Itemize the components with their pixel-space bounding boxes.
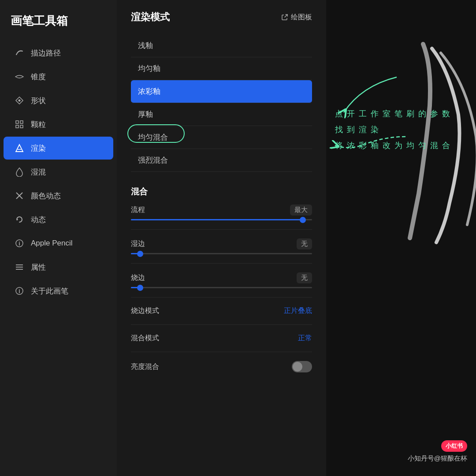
blend-section-title: 混合 bbox=[131, 186, 312, 197]
render-option-intense-mix[interactable]: 强烈混合 bbox=[131, 149, 312, 172]
render-options-list: 浅釉 均匀釉 浓彩釉 厚釉 均匀混合 强烈混合 bbox=[131, 34, 312, 172]
annotation-line2: 找 到 渲 染 bbox=[335, 122, 451, 138]
svg-text:i: i bbox=[19, 241, 20, 247]
burn-mode-value[interactable]: 正片叠底 bbox=[284, 306, 312, 316]
burn-mode-label: 烧边模式 bbox=[131, 306, 159, 316]
svg-point-0 bbox=[19, 100, 21, 102]
flow-label: 流程 bbox=[131, 205, 145, 215]
svg-marker-5 bbox=[16, 145, 23, 152]
sidebar-item-color-dynamics[interactable]: 颜色动态 bbox=[4, 184, 113, 207]
apple-pencil-icon: i bbox=[14, 238, 25, 249]
sidebar-item-about[interactable]: i 关于此画笔 bbox=[4, 279, 113, 302]
svg-marker-9 bbox=[17, 218, 18, 221]
main-header: 渲染模式 绘图板 bbox=[131, 11, 312, 24]
blend-row-luminosity: 亮度混合 bbox=[131, 361, 312, 372]
sidebar: 画笔工具箱 描边路径 锥度 bbox=[0, 0, 117, 476]
annotation-line1: 点 开 工 作 室 笔 刷 的 参 数 bbox=[335, 106, 451, 122]
render-option-uniform-glaze[interactable]: 均匀釉 bbox=[131, 57, 312, 80]
sidebar-item-shape[interactable]: 形状 bbox=[4, 89, 113, 112]
render-icon bbox=[14, 143, 25, 153]
sidebar-item-render[interactable]: 渲染 bbox=[4, 137, 113, 160]
render-mode-title: 渲染模式 bbox=[131, 11, 170, 24]
blend-row-blend-mode: 混合模式 正常 bbox=[131, 334, 312, 343]
flow-slider[interactable] bbox=[131, 219, 312, 220]
blend-mode-value[interactable]: 正常 bbox=[298, 334, 312, 343]
annotation-line3: 将 浓 彩 釉 改 为 均 匀 混 合 bbox=[335, 138, 451, 153]
burn-edge-slider[interactable] bbox=[131, 287, 312, 288]
blend-section: 流程 最大 湿边 无 bbox=[131, 205, 312, 372]
render-option-thick-glaze[interactable]: 厚釉 bbox=[131, 103, 312, 126]
wet-edge-slider[interactable] bbox=[131, 253, 312, 254]
watermark: 小红书 小知丹号@猩酿在杯 bbox=[408, 440, 467, 463]
svg-line-17 bbox=[285, 15, 287, 17]
sidebar-item-dynamics[interactable]: 动态 bbox=[4, 208, 113, 231]
wet-mix-icon bbox=[14, 167, 25, 177]
properties-icon bbox=[14, 262, 25, 272]
sidebar-label-color-dynamics: 颜色动态 bbox=[31, 191, 61, 201]
blend-row-wet-edge: 湿边 无 bbox=[131, 238, 312, 254]
luminosity-toggle[interactable] bbox=[292, 361, 312, 372]
drawing-board-label: 绘图板 bbox=[291, 13, 312, 22]
drawing-board-button[interactable]: 绘图板 bbox=[281, 13, 312, 22]
grain-icon bbox=[14, 119, 25, 130]
watermark-text: 小知丹号@猩酿在杯 bbox=[408, 454, 467, 463]
annotation-text: 点 开 工 作 室 笔 刷 的 参 数 找 到 渲 染 将 浓 彩 釉 改 为 … bbox=[335, 106, 451, 153]
sidebar-item-taper[interactable]: 锥度 bbox=[4, 65, 113, 88]
wet-edge-label: 湿边 bbox=[131, 239, 145, 249]
burn-edge-label: 烧边 bbox=[131, 273, 145, 283]
shape-icon bbox=[14, 95, 25, 106]
xiaohongshu-badge: 小红书 bbox=[441, 440, 467, 452]
svg-text:i: i bbox=[19, 288, 20, 294]
sidebar-label-taper: 锥度 bbox=[31, 72, 46, 82]
wet-edge-value: 无 bbox=[297, 238, 312, 249]
render-option-light-glaze[interactable]: 浅釉 bbox=[131, 34, 312, 57]
sidebar-label-shape: 形状 bbox=[31, 96, 46, 106]
app-container: 画笔工具箱 描边路径 锥度 bbox=[0, 0, 476, 476]
svg-rect-4 bbox=[20, 125, 23, 128]
sidebar-label-apple-pencil: Apple Pencil bbox=[31, 239, 73, 248]
flow-value: 最大 bbox=[290, 205, 312, 216]
sidebar-label-dynamics: 动态 bbox=[31, 215, 46, 225]
color-dynamics-icon bbox=[14, 190, 25, 201]
svg-rect-3 bbox=[16, 125, 19, 128]
app-title: 画笔工具箱 bbox=[0, 9, 117, 41]
blend-row-burn-edge: 烧边 无 bbox=[131, 272, 312, 288]
sidebar-item-grain[interactable]: 颗粒 bbox=[4, 113, 113, 136]
sidebar-item-stroke-path[interactable]: 描边路径 bbox=[4, 41, 113, 64]
blend-row-burn-mode: 烧边模式 正片叠底 bbox=[131, 306, 312, 316]
sidebar-label-properties: 属性 bbox=[31, 262, 46, 272]
sidebar-label-wet-mix: 湿混 bbox=[31, 167, 46, 177]
sidebar-label-render: 渲染 bbox=[31, 143, 46, 153]
render-option-rich-glaze[interactable]: 浓彩釉 bbox=[131, 80, 312, 103]
sidebar-label-stroke-path: 描边路径 bbox=[31, 48, 61, 58]
blend-row-flow: 流程 最大 bbox=[131, 205, 312, 220]
main-panel: 渲染模式 绘图板 浅釉 均匀釉 浓彩釉 厚釉 bbox=[117, 0, 326, 476]
taper-icon bbox=[14, 71, 25, 82]
render-option-uniform-mix[interactable]: 均匀混合 bbox=[131, 126, 312, 149]
about-icon: i bbox=[14, 286, 25, 296]
sidebar-label-grain: 颗粒 bbox=[31, 119, 46, 130]
dynamics-icon bbox=[14, 214, 25, 225]
right-panel: 点 开 工 作 室 笔 刷 的 参 数 找 到 渲 染 将 浓 彩 釉 改 为 … bbox=[326, 0, 476, 476]
svg-rect-2 bbox=[20, 121, 23, 123]
sidebar-item-wet-mix[interactable]: 湿混 bbox=[4, 160, 113, 183]
stroke-path-icon bbox=[14, 48, 25, 58]
luminosity-label: 亮度混合 bbox=[131, 362, 159, 372]
blend-mode-label: 混合模式 bbox=[131, 334, 159, 343]
burn-edge-value: 无 bbox=[297, 272, 312, 283]
sidebar-item-apple-pencil[interactable]: i Apple Pencil bbox=[4, 232, 113, 255]
sidebar-item-properties[interactable]: 属性 bbox=[4, 256, 113, 279]
sidebar-label-about: 关于此画笔 bbox=[31, 286, 68, 296]
svg-rect-1 bbox=[16, 121, 19, 123]
